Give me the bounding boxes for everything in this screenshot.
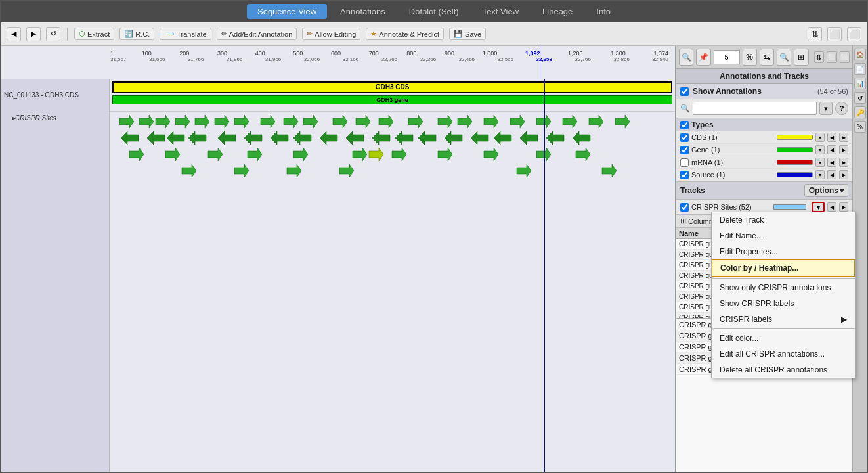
svg-marker-44 — [248, 148, 262, 161]
source-nav-right[interactable]: ▶ — [839, 170, 848, 179]
mrna-color-dropdown[interactable]: ▾ — [815, 158, 825, 167]
translate-button[interactable]: ⟶ Translate — [160, 28, 211, 40]
save-label: Save — [465, 30, 481, 38]
tab-info[interactable]: Info — [586, 4, 621, 19]
save-button[interactable]: 💾 Save — [449, 28, 486, 40]
ctx-color-heatmap[interactable]: Color by / Heatmap... — [712, 259, 855, 277]
translate-label: Translate — [177, 30, 206, 38]
right-icon-home[interactable]: 🏠 — [854, 49, 866, 60]
right-icon-page[interactable]: 📄 — [854, 63, 866, 75]
svg-marker-49 — [484, 148, 498, 161]
help-button[interactable]: ? — [835, 102, 848, 115]
tracks-section: Tracks Options ▾ CRISPR Sites (52) ▾ ◀ — [676, 182, 852, 215]
right-icon-key[interactable]: 🔑 — [854, 106, 866, 118]
ctx-delete-all-crispr[interactable]: Delete all CRISPR annotations — [712, 362, 855, 378]
layout-side-btn1[interactable]: ⇅ — [814, 51, 825, 63]
right-icon-chart[interactable]: 📊 — [854, 78, 866, 89]
zoom-magnify-button[interactable]: 🔍 — [777, 49, 791, 66]
zoom-input[interactable] — [714, 50, 740, 64]
layout-side-btn2[interactable]: ⬜ — [827, 51, 837, 63]
crispr-sites-area[interactable] — [110, 112, 675, 472]
svg-marker-47 — [392, 148, 406, 161]
tab-text-view[interactable]: Text View — [472, 4, 529, 19]
gene-bar[interactable]: GDH3 gene — [112, 95, 672, 104]
crispr-dropdown-btn[interactable]: ▾ — [812, 202, 825, 212]
right-icon-refresh[interactable]: ↺ — [854, 92, 866, 104]
back-button[interactable]: ◀ — [7, 27, 21, 41]
options-button[interactable]: Options ▾ — [804, 184, 848, 197]
mrna-checkbox[interactable] — [680, 158, 689, 167]
source-nav-left[interactable]: ◀ — [827, 170, 836, 179]
track-area: NC_001133 - GDH3 CDS GDH3 CDS GDH3 gene — [1, 79, 675, 472]
cds-nav-left[interactable]: ◀ — [827, 133, 836, 142]
svg-marker-14 — [438, 115, 452, 128]
gene-checkbox[interactable] — [680, 146, 689, 154]
crispr-track-row: CRISPR Sites (52) ▾ ◀ ▶ Delete Track Edi… — [676, 200, 852, 215]
grid-button[interactable]: ⊞ — [794, 49, 808, 66]
crispr-track-checkbox[interactable] — [680, 203, 689, 212]
fit-button[interactable]: ⇆ — [760, 49, 774, 66]
right-icon-percent[interactable]: % — [854, 121, 866, 133]
allow-editing-button[interactable]: ✏ Allow Editing — [302, 28, 360, 40]
gene-nav-right[interactable]: ▶ — [839, 145, 848, 154]
ctx-edit-name[interactable]: Edit Name... — [712, 228, 855, 244]
annotation-search-input[interactable] — [693, 102, 817, 115]
cds-bar[interactable]: GDH3 CDS — [112, 81, 672, 93]
cds-checkbox[interactable] — [680, 133, 689, 142]
ctx-edit-color[interactable]: Edit color... — [712, 330, 855, 346]
tab-lineage[interactable]: Lineage — [532, 4, 583, 19]
subruler-1: 31,567 — [110, 56, 126, 62]
svg-marker-30 — [320, 131, 337, 145]
tab-sequence-view[interactable]: Sequence View — [247, 4, 327, 19]
forward-button[interactable]: ▶ — [26, 27, 41, 41]
cds-color-dropdown[interactable]: ▾ — [815, 133, 825, 142]
show-ann-checkbox[interactable] — [680, 87, 689, 96]
ruler-800: 800 — [406, 50, 416, 56]
add-edit-icon: ✏ — [221, 30, 227, 38]
svg-marker-57 — [517, 164, 531, 177]
cds-color-bar — [777, 135, 813, 140]
rc-button[interactable]: 🔄 R.C. — [119, 28, 154, 40]
svg-marker-38 — [520, 131, 538, 145]
ctx-show-crispr-labels[interactable]: Show CRISPR labels — [712, 296, 855, 311]
ctx-edit-properties[interactable]: Edit Properties... — [712, 244, 855, 259]
extract-button[interactable]: ⬡ Extract — [74, 28, 114, 40]
svg-marker-58 — [602, 164, 617, 177]
toolbar: ◀ ▶ ↺ ⬡ Extract 🔄 R.C. ⟶ Translate ✏ Add… — [1, 22, 867, 46]
layout-btn1[interactable]: ⇅ — [808, 27, 822, 41]
search-dropdown-btn[interactable]: ▾ — [819, 102, 833, 115]
tracks-label: Tracks — [680, 186, 802, 195]
ruler-200: 200 — [179, 50, 189, 56]
extract-icon: ⬡ — [79, 30, 85, 38]
mrna-nav-left[interactable]: ◀ — [827, 158, 836, 167]
ctx-crispr-labels[interactable]: CRISPR labels ▶ — [712, 311, 855, 327]
svg-marker-31 — [346, 131, 364, 145]
tab-annotations[interactable]: Annotations — [330, 4, 396, 19]
tab-dotplot[interactable]: Dotplot (Self) — [399, 4, 469, 19]
gene-color-dropdown[interactable]: ▾ — [815, 145, 825, 154]
layout-btn3[interactable]: ⬜ — [847, 27, 861, 41]
source-checkbox[interactable] — [680, 171, 689, 179]
add-edit-button[interactable]: ✏ Add/Edit Annotation — [217, 28, 297, 40]
search-rt-button[interactable]: 🔍 — [679, 49, 693, 66]
pin-button[interactable]: 📌 — [696, 49, 710, 66]
annotate-button[interactable]: ★ Annotate & Predict — [366, 28, 444, 40]
refresh-button[interactable]: ↺ — [46, 27, 60, 41]
types-checkbox[interactable] — [680, 121, 689, 129]
layout-side-btn3[interactable]: ⬜ — [840, 51, 850, 63]
add-edit-label: Add/Edit Annotation — [229, 30, 293, 38]
gene-nav-left[interactable]: ◀ — [827, 145, 836, 154]
crispr-nav-left[interactable]: ◀ — [827, 202, 836, 212]
svg-marker-11 — [356, 115, 370, 128]
layout-btn2[interactable]: ⬜ — [827, 27, 842, 41]
ctx-show-only-crispr[interactable]: Show only CRISPR annotations — [712, 280, 855, 296]
svg-marker-54 — [234, 164, 249, 177]
mrna-nav-right[interactable]: ▶ — [839, 158, 848, 167]
ctx-edit-all-crispr[interactable]: Edit all CRISPR annotations... — [712, 346, 855, 362]
type-row-cds: CDS (1) ▾ ◀ ▶ — [676, 131, 852, 144]
source-color-dropdown[interactable]: ▾ — [815, 170, 825, 179]
svg-marker-52 — [369, 148, 383, 161]
crispr-nav-right[interactable]: ▶ — [839, 202, 848, 212]
cds-nav-right[interactable]: ▶ — [839, 133, 848, 142]
ctx-delete-track[interactable]: Delete Track — [712, 212, 855, 228]
